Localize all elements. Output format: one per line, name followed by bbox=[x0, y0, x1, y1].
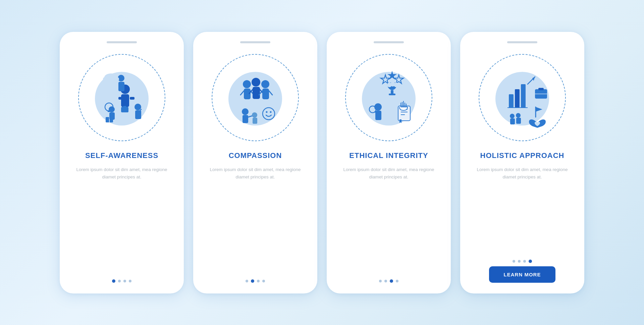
illustration-self-awareness bbox=[75, 51, 169, 145]
card-title-self-awareness: SELF-AWARENESS bbox=[85, 151, 158, 160]
svg-rect-45 bbox=[389, 94, 395, 95]
svg-marker-63 bbox=[532, 77, 535, 81]
illustration-compassion bbox=[208, 51, 302, 145]
svg-rect-44 bbox=[391, 90, 393, 94]
cards-container: SELF-AWARENESS Lorem ipsum dolor sit dim… bbox=[60, 32, 584, 293]
illustration-ethical-integrity bbox=[342, 51, 436, 145]
svg-marker-41 bbox=[381, 75, 390, 84]
svg-rect-1 bbox=[121, 94, 129, 107]
phone-notch-2 bbox=[240, 41, 270, 43]
dot-4c bbox=[396, 280, 398, 282]
svg-rect-17 bbox=[109, 112, 115, 120]
svg-line-23 bbox=[240, 91, 244, 95]
dot-4b bbox=[262, 280, 265, 282]
svg-line-35 bbox=[248, 116, 253, 117]
dot-1 bbox=[112, 279, 115, 283]
svg-rect-4 bbox=[121, 107, 128, 112]
svg-point-39 bbox=[266, 111, 268, 113]
card-title-ethical-integrity: ETHICAL INTEGRITY bbox=[349, 151, 428, 160]
svg-point-69 bbox=[510, 114, 515, 118]
dots-row-self-awareness bbox=[112, 279, 131, 283]
svg-rect-34 bbox=[243, 115, 248, 123]
svg-rect-72 bbox=[516, 118, 521, 124]
phone-notch-3 bbox=[374, 41, 404, 43]
phone-notch-4 bbox=[507, 41, 537, 43]
svg-point-71 bbox=[516, 113, 521, 118]
svg-compassion bbox=[215, 57, 296, 138]
dot-1b bbox=[246, 280, 248, 282]
dot-3d bbox=[523, 260, 526, 263]
svg-rect-59 bbox=[515, 89, 520, 108]
svg-point-33 bbox=[242, 108, 249, 115]
dot-3b bbox=[257, 280, 260, 282]
dot-2d bbox=[518, 260, 521, 263]
svg-line-32 bbox=[269, 91, 272, 95]
card-compassion: COMPASSION Lorem ipsum dolor sit dim ame… bbox=[193, 32, 317, 293]
dots-row-ethical-integrity bbox=[379, 279, 398, 283]
svg-point-16 bbox=[109, 106, 115, 112]
svg-point-29 bbox=[261, 80, 269, 88]
dot-2b bbox=[251, 279, 254, 283]
svg-rect-5 bbox=[123, 106, 126, 108]
svg-rect-58 bbox=[509, 94, 514, 108]
svg-rect-50 bbox=[375, 111, 381, 120]
dot-3c bbox=[390, 279, 393, 283]
svg-point-18 bbox=[135, 104, 141, 110]
dot-4d bbox=[529, 260, 532, 263]
card-holistic-approach: HOLISTIC APPROACH Lorem ipsum dolor sit … bbox=[460, 32, 584, 293]
dots-row-compassion bbox=[246, 279, 265, 283]
svg-point-36 bbox=[252, 112, 257, 118]
svg-rect-65 bbox=[538, 88, 544, 90]
svg-point-38 bbox=[263, 108, 275, 120]
svg-point-48 bbox=[394, 83, 398, 87]
svg-rect-7 bbox=[118, 82, 124, 91]
card-body-self-awareness: Lorem ipsum dolor sit dim amet, mea regi… bbox=[69, 166, 174, 181]
dot-4 bbox=[129, 280, 131, 282]
svg-rect-26 bbox=[253, 87, 260, 99]
dot-2 bbox=[118, 280, 121, 282]
svg-rect-60 bbox=[521, 84, 526, 108]
svg-rect-30 bbox=[262, 89, 269, 99]
dots-row-holistic-approach bbox=[513, 260, 532, 263]
svg-rect-70 bbox=[510, 118, 515, 124]
svg-point-10 bbox=[111, 76, 119, 82]
svg-marker-43 bbox=[394, 75, 404, 84]
svg-point-21 bbox=[243, 80, 251, 88]
svg-point-40 bbox=[270, 111, 272, 113]
svg-self-awareness bbox=[82, 57, 162, 138]
svg-marker-68 bbox=[536, 107, 542, 112]
illustration-holistic-approach bbox=[475, 51, 569, 145]
learn-more-button[interactable]: LEARN MORE bbox=[489, 266, 556, 283]
card-body-compassion: Lorem ipsum dolor sit dim amet, mea regi… bbox=[203, 166, 308, 181]
svg-ethical-integrity bbox=[348, 57, 429, 138]
dot-1d bbox=[513, 260, 515, 263]
svg-holistic-approach bbox=[482, 57, 562, 138]
svg-point-25 bbox=[252, 78, 260, 87]
dot-1c bbox=[379, 280, 382, 282]
dot-2c bbox=[384, 280, 387, 282]
svg-marker-57 bbox=[399, 119, 401, 123]
svg-point-9 bbox=[103, 76, 112, 82]
svg-rect-37 bbox=[253, 118, 257, 124]
card-body-holistic-approach: Lorem ipsum dolor sit dim amet, mea regi… bbox=[470, 166, 575, 181]
svg-rect-3 bbox=[130, 97, 135, 100]
svg-rect-2 bbox=[118, 97, 123, 100]
dot-3 bbox=[123, 280, 126, 282]
card-ethical-integrity: ETHICAL INTEGRITY Lorem ipsum dolor sit … bbox=[327, 32, 451, 293]
card-self-awareness: SELF-AWARENESS Lorem ipsum dolor sit dim… bbox=[60, 32, 184, 293]
card-title-compassion: COMPASSION bbox=[229, 151, 282, 160]
card-body-ethical-integrity: Lorem ipsum dolor sit dim amet, mea regi… bbox=[336, 166, 441, 181]
card-title-holistic-approach: HOLISTIC APPROACH bbox=[480, 151, 565, 160]
phone-notch bbox=[107, 41, 137, 43]
